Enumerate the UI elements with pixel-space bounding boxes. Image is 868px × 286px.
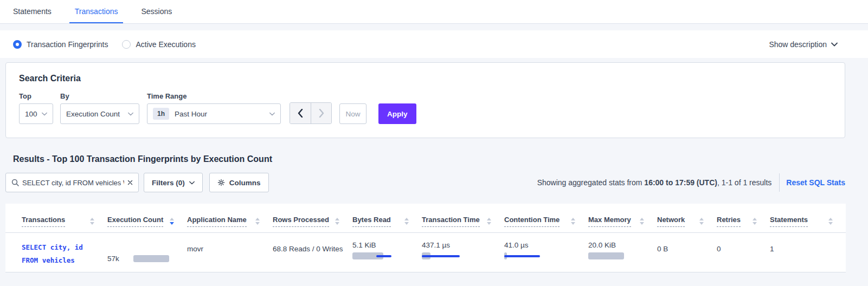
tab-transactions[interactable]: Transactions <box>69 0 124 23</box>
clear-search-icon[interactable] <box>127 180 133 185</box>
cell-execution-count: 57k <box>107 233 187 272</box>
radio-transaction-fingerprints[interactable]: Transaction Fingerprints <box>13 40 108 49</box>
columns-button[interactable]: Columns <box>209 173 269 192</box>
results-heading: Results - Top 100 Transaction Fingerprin… <box>13 154 868 164</box>
sort-icon[interactable] <box>487 218 491 225</box>
view-radio-group: Transaction Fingerprints Active Executio… <box>13 40 196 49</box>
transaction-fingerprint-link[interactable]: SELECT city, id FROM vehicles <box>22 241 107 267</box>
time-range-label: Time Range <box>147 92 281 100</box>
col-bytes-read[interactable]: Bytes Read <box>352 216 391 227</box>
chevron-down-icon <box>269 112 275 116</box>
sort-icon[interactable] <box>255 218 260 225</box>
chevron-down-icon <box>831 42 838 47</box>
radio-active-executions[interactable]: Active Executions <box>122 40 196 49</box>
reset-sql-stats-link[interactable]: Reset SQL Stats <box>786 178 845 187</box>
cell-contention-time: 41.0 µs <box>504 233 588 272</box>
search-icon <box>11 179 19 186</box>
sort-icon[interactable] <box>828 218 833 225</box>
divider <box>779 173 780 192</box>
sort-icon[interactable] <box>640 218 644 225</box>
cell-transaction-time: 437.1 µs <box>422 233 504 272</box>
time-range-select[interactable]: 1h Past Hour <box>147 103 281 124</box>
col-max-memory[interactable]: Max Memory <box>588 216 631 227</box>
stats-time-range: 16:00 to 17:59 (UTC) <box>644 178 717 187</box>
bytes-read-bar <box>352 252 401 259</box>
radio-selected-icon <box>13 40 22 49</box>
cell-network: 0 B <box>657 233 717 272</box>
by-select-value: Execution Count <box>66 110 120 118</box>
view-selector-bar: Transaction Fingerprints Active Executio… <box>0 30 868 58</box>
sort-icon[interactable] <box>90 218 94 225</box>
time-nav-group <box>290 102 332 124</box>
by-label: By <box>60 92 139 100</box>
search-criteria-title: Search Criteria <box>19 74 832 83</box>
gear-icon <box>217 179 225 186</box>
chevron-down-icon <box>128 112 133 116</box>
sort-icon[interactable] <box>699 218 704 225</box>
search-input[interactable] <box>22 179 124 187</box>
chevron-down-icon <box>189 181 195 185</box>
filters-label: Filters (0) <box>152 179 185 187</box>
time-range-value: Past Hour <box>175 110 207 118</box>
aggregated-stats-text: Showing aggregated stats from 16:00 to 1… <box>537 178 772 187</box>
cell-rows-processed: 68.8 Reads / 0 Writes <box>273 233 352 272</box>
chevron-right-icon <box>319 109 324 118</box>
search-box <box>5 173 139 192</box>
time-prev-button[interactable] <box>290 103 311 123</box>
cell-retries: 0 <box>717 233 770 272</box>
sort-icon[interactable] <box>404 218 409 225</box>
top-select-value: 100 <box>25 110 37 118</box>
now-button[interactable]: Now <box>339 103 367 124</box>
cell-statements: 1 <box>770 233 846 272</box>
columns-label: Columns <box>229 179 261 187</box>
tab-statements[interactable]: Statements <box>8 0 57 23</box>
sort-icon[interactable] <box>753 218 757 225</box>
filters-button[interactable]: Filters (0) <box>144 173 203 192</box>
table-row: SELECT city, id FROM vehicles 57k movr 6… <box>5 233 846 272</box>
radio-label: Transaction Fingerprints <box>27 40 108 49</box>
col-rows-processed[interactable]: Rows Processed <box>273 216 329 227</box>
results-controls: Filters (0) Columns Showing aggregated s… <box>5 173 845 192</box>
show-description-toggle[interactable]: Show description <box>769 40 838 49</box>
col-execution-count[interactable]: Execution Count <box>107 216 163 227</box>
sort-icon[interactable] <box>335 218 339 225</box>
search-criteria-card: Search Criteria Top 100 By Execution Cou… <box>5 62 845 138</box>
tab-sessions[interactable]: Sessions <box>136 0 177 23</box>
col-transaction-time[interactable]: Transaction Time <box>422 216 480 227</box>
radio-unselected-icon <box>122 40 131 49</box>
col-transactions[interactable]: Transactions <box>22 216 65 227</box>
col-network[interactable]: Network <box>657 216 685 227</box>
apply-button[interactable]: Apply <box>378 103 416 124</box>
chevron-down-icon <box>42 112 47 116</box>
col-retries[interactable]: Retries <box>717 216 741 227</box>
top-label: Top <box>19 92 53 100</box>
table-header-row: Transactions Execution Count Application… <box>5 211 846 233</box>
cell-max-memory: 20.0 KiB <box>588 233 657 272</box>
max-memory-bar <box>588 252 637 259</box>
time-next-button[interactable] <box>311 103 331 123</box>
search-criteria-controls: Top 100 By Execution Count Time Range 1h… <box>19 92 832 124</box>
cell-bytes-read: 5.1 KiB <box>352 233 422 272</box>
transaction-time-bar <box>422 252 471 259</box>
show-description-label: Show description <box>769 40 827 49</box>
radio-label: Active Executions <box>136 40 196 49</box>
sort-desc-icon[interactable] <box>170 218 174 225</box>
transactions-table: Transactions Execution Count Application… <box>5 204 846 272</box>
page-tabbar: Statements Transactions Sessions <box>0 0 868 24</box>
execution-count-bar <box>133 255 169 262</box>
col-statements[interactable]: Statements <box>770 216 808 227</box>
cell-application-name: movr <box>187 233 273 272</box>
top-select[interactable]: 100 <box>19 103 53 124</box>
col-application-name[interactable]: Application Name <box>187 216 247 227</box>
sort-icon[interactable] <box>571 218 575 225</box>
chevron-left-icon <box>298 109 303 118</box>
col-contention-time[interactable]: Contention Time <box>504 216 560 227</box>
time-range-badge: 1h <box>153 108 169 120</box>
contention-time-bar <box>504 252 553 259</box>
by-select[interactable]: Execution Count <box>60 103 139 124</box>
